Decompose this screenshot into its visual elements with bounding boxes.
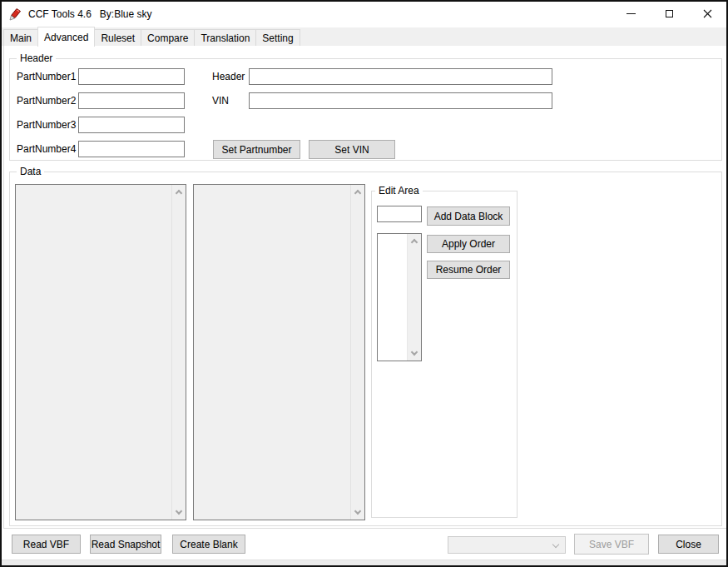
data-right-panel-content (194, 185, 350, 520)
partnumber2-input[interactable] (78, 92, 185, 109)
close-icon (703, 9, 712, 18)
scroll-up-icon (411, 239, 418, 246)
vin-field-label: VIN (212, 92, 229, 109)
close-button[interactable] (688, 2, 726, 26)
tab-strip: Main Advanced Ruleset Compare Translatio… (2, 27, 726, 46)
edit-area-title: Edit Area (375, 185, 423, 196)
window-title: CCF Tools 4.6 By:Blue sky (28, 8, 152, 20)
app-icon (7, 7, 22, 22)
maximize-button[interactable] (650, 2, 688, 26)
tab-translation[interactable]: Translation (194, 29, 256, 46)
close-dialog-button[interactable]: Close (658, 535, 719, 554)
chevron-down-icon (552, 541, 559, 548)
scroll-down-icon (176, 508, 182, 515)
data-block-listbox-scrollbar[interactable] (407, 234, 421, 361)
data-right-panel-scrollbar[interactable] (350, 185, 364, 520)
create-blank-button[interactable]: Create Blank (172, 535, 245, 554)
partnumber1-input[interactable] (78, 68, 185, 85)
apply-order-button[interactable]: Apply Order (427, 235, 510, 253)
titlebar: CCF Tools 4.6 By:Blue sky (2, 2, 726, 26)
header-group-title: Header (17, 52, 56, 64)
resume-order-button[interactable]: Resume Order (427, 261, 510, 279)
scroll-up-icon (354, 190, 361, 196)
scroll-up-icon (176, 190, 182, 196)
save-vbf-button: Save VBF (574, 534, 649, 555)
scroll-down-icon (411, 349, 418, 356)
header-groupbox: Header PartNumber1 PartNumber2 PartNumbe… (9, 58, 722, 161)
partnumber3-input[interactable] (78, 117, 185, 133)
app-window: CCF Tools 4.6 By:Blue sky Main Advanced … (0, 0, 728, 567)
read-snapshot-button[interactable]: Read Snapshot (90, 535, 161, 554)
data-left-panel-content (16, 185, 171, 520)
minimize-button[interactable] (612, 2, 650, 26)
tab-compare[interactable]: Compare (141, 29, 195, 46)
scroll-down-icon (354, 508, 361, 515)
window-resize-strip (2, 560, 726, 565)
data-group-title: Data (17, 166, 44, 177)
set-partnumber-button[interactable]: Set Partnumber (213, 140, 300, 159)
partnumber4-label: PartNumber4 (17, 141, 76, 157)
tab-main[interactable]: Main (3, 29, 38, 46)
edit-area-groupbox: Edit Area Add Data Block Apply Order Res… (371, 191, 518, 518)
data-right-panel[interactable] (193, 184, 365, 520)
vin-input[interactable] (249, 92, 552, 109)
partnumber1-label: PartNumber1 (17, 68, 76, 85)
data-block-input[interactable] (377, 206, 422, 222)
partnumber4-input[interactable] (78, 141, 185, 157)
read-vbf-button[interactable]: Read VBF (12, 535, 81, 554)
tab-setting[interactable]: Setting (255, 29, 300, 46)
data-left-panel-scrollbar[interactable] (171, 185, 186, 520)
header-field-label: Header (212, 68, 245, 85)
data-block-listbox[interactable] (377, 233, 422, 361)
advanced-tab-page: Header PartNumber1 PartNumber2 PartNumbe… (3, 45, 727, 529)
tab-advanced[interactable]: Advanced (37, 27, 95, 47)
data-groupbox: Data Edit Area A (9, 172, 722, 526)
set-vin-button[interactable]: Set VIN (309, 140, 395, 159)
format-select (448, 536, 566, 554)
window-controls (612, 2, 726, 26)
data-left-panel[interactable] (15, 184, 186, 520)
minimize-icon (626, 13, 636, 14)
header-input[interactable] (249, 68, 552, 85)
partnumber3-label: PartNumber3 (17, 117, 76, 133)
tab-ruleset[interactable]: Ruleset (94, 29, 141, 46)
maximize-icon (666, 10, 673, 17)
add-data-block-button[interactable]: Add Data Block (427, 206, 510, 226)
partnumber2-label: PartNumber2 (17, 92, 76, 109)
